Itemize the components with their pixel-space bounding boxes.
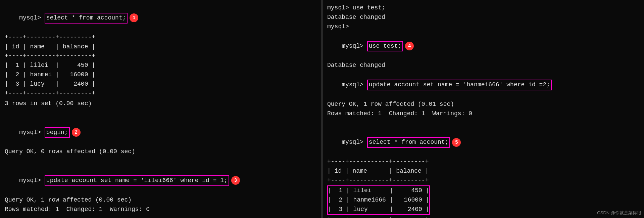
badge-3: 3	[231, 176, 240, 185]
blank-3	[5, 214, 317, 218]
highlight-rows-r: | 1 | lilei | 450 | | 2 | hanmei666 | 16…	[327, 185, 430, 215]
db-changed-2: Database changed	[327, 61, 639, 70]
terminal-right: mysql> use test; Database changed mysql>…	[323, 0, 644, 218]
blank-1	[5, 108, 317, 118]
rows-matched-1: Rows matched: 1 Changed: 1 Warnings: 0	[5, 205, 317, 214]
highlight-select-r1: select * from account;	[367, 137, 450, 148]
badge-2: 2	[72, 128, 81, 137]
terminal-left: mysql> select * from account;1 +----+---…	[0, 0, 323, 218]
blank-2	[5, 157, 317, 166]
use-test-highlight: mysql> use test;4	[327, 32, 639, 61]
line-select-r1: mysql> select * from account;5	[327, 128, 639, 158]
highlight-begin: begin;	[45, 127, 70, 138]
highlight-update-r1: update account set name = 'hanmei666' wh…	[367, 80, 552, 90]
prompt-text-2: mysql>	[19, 129, 45, 136]
table-header-r: +----+-----------+---------+ | id | name…	[327, 157, 639, 185]
prompt-text-r2: mysql>	[342, 81, 367, 88]
rows-matched-r1: Rows matched: 1 Changed: 1 Warnings: 0	[327, 109, 639, 119]
prompt-text-r3: mysql>	[342, 139, 367, 145]
watermark: CSDN @你就是菜得很	[597, 210, 641, 216]
line-update-1: mysql> update account set name = 'lilei6…	[5, 166, 317, 195]
line-update-r1: mysql> update account set name = 'hanmei…	[327, 70, 639, 100]
badge-4: 4	[405, 42, 414, 50]
line-begin: mysql> begin;2	[5, 118, 317, 147]
blank-r1	[327, 119, 639, 128]
db-changed-1: Database changed	[327, 13, 639, 22]
table-footer-r: +----+-----------+---------+	[327, 215, 639, 218]
badge-1: 1	[130, 13, 138, 22]
mysql-prompt-1: mysql>	[327, 22, 639, 32]
highlight-update-1: update account set name = 'lilei666' whe…	[45, 175, 229, 186]
badge-5: 5	[452, 138, 461, 147]
query-ok-2: Query OK, 1 row affected (0.00 sec)	[5, 195, 317, 205]
table-left: +----+--------+---------+ | id | name | …	[5, 33, 317, 98]
query-ok-r1: Query OK, 1 row affected (0.01 sec)	[327, 100, 639, 109]
prompt-text-r1: mysql>	[342, 43, 367, 49]
prompt-text: mysql>	[19, 14, 45, 21]
highlight-use-test: use test;	[367, 41, 403, 52]
use-test-1: mysql> use test;	[327, 3, 639, 13]
rows-result-1: 3 rows in set (0.00 sec)	[5, 99, 317, 108]
query-ok-1: Query OK, 0 rows affected (0.00 sec)	[5, 147, 317, 157]
highlight-select-1: select * from account;	[45, 13, 128, 24]
table-rows-r: | 1 | lilei | 450 | | 2 | hanmei666 | 16…	[328, 186, 429, 214]
prompt-text-3: mysql>	[19, 177, 45, 184]
line-select-1: mysql> select * from account;1	[5, 3, 317, 33]
